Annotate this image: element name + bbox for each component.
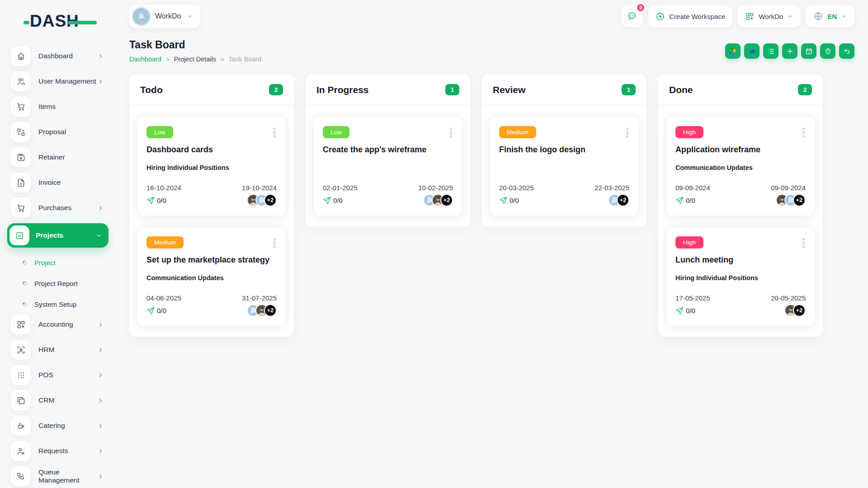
sidebar-item-crm[interactable]: CRM [7, 390, 108, 410]
sidebar-subitem-project-report[interactable]: Project Report [6, 273, 109, 294]
messages-count-badge: 0 [636, 3, 645, 12]
more-members-badge[interactable]: +2 [617, 194, 629, 206]
task-messages[interactable]: 0/0 [146, 306, 166, 315]
task-title[interactable]: Set up the marketplace strategy [146, 255, 277, 265]
send-icon [146, 196, 155, 205]
task-messages[interactable]: 0/0 [675, 196, 695, 205]
task-end-date: 19-10-2024 [242, 184, 277, 192]
create-workspace-button[interactable]: Create Workspace [648, 5, 732, 27]
more-members-badge[interactable]: +2 [793, 304, 806, 317]
google-drive-icon [729, 48, 736, 55]
sidebar-item-label: HRM [38, 346, 54, 354]
sidebar-item-label: CRM [38, 396, 54, 404]
breadcrumb-separator: > [221, 56, 224, 63]
kebab-menu-icon[interactable] [802, 236, 806, 249]
send-icon [323, 196, 331, 205]
priority-badge: Medium [499, 126, 536, 138]
messages-button[interactable]: 0 [621, 5, 643, 27]
column-header: Done 2 [658, 75, 823, 105]
task-messages[interactable]: 0/0 [323, 196, 343, 205]
brand-logo[interactable]: DASH [30, 12, 107, 35]
kebab-menu-icon[interactable] [273, 126, 277, 139]
task-title[interactable]: Application wireframe [675, 145, 806, 155]
task-message-count: 0/0 [157, 307, 166, 314]
task-card[interactable]: Low Create the app's wireframe 02-01-202… [314, 117, 462, 216]
kebab-menu-icon[interactable] [273, 236, 277, 249]
task-avatars: +2 [423, 194, 453, 206]
task-title[interactable]: Lunch meeting [675, 255, 806, 265]
column-header: Review 1 [482, 75, 646, 105]
sidebar-subitem-project[interactable]: Project [6, 252, 109, 273]
more-members-badge[interactable]: +2 [264, 304, 277, 317]
more-members-badge[interactable]: +2 [793, 194, 806, 206]
kanban-column-done: Done 2 High Application wireframe Commun… [658, 75, 823, 337]
sidebar-item-projects[interactable]: Projects [7, 223, 108, 248]
sidebar-subitem-system-setup[interactable]: System Setup [6, 294, 109, 314]
kebab-menu-icon[interactable] [625, 126, 629, 139]
sidebar-item-dashboard[interactable]: Dashboard [7, 46, 108, 66]
home-icon [11, 46, 31, 66]
apps-dropdown-label: WorkDo [759, 13, 783, 20]
more-members-badge[interactable]: +2 [264, 194, 277, 206]
undo-button[interactable] [839, 43, 854, 59]
chat-bubble-icon [627, 11, 637, 22]
add-task-button[interactable] [782, 43, 797, 59]
column-cards: High Application wireframe Communication… [658, 105, 823, 326]
one-drive-button[interactable] [744, 43, 760, 59]
breadcrumb-dashboard[interactable]: Dashboard [129, 56, 161, 63]
coffee-icon [11, 416, 31, 436]
sidebar-item-label: Proposal [38, 128, 66, 136]
undo-icon [843, 47, 851, 55]
task-card[interactable]: Low Dashboard cards Hiring Individual Po… [137, 117, 286, 216]
column-count-badge: 2 [269, 84, 283, 95]
chevron-right-icon [97, 372, 104, 379]
kebab-menu-icon[interactable] [802, 126, 806, 139]
calendar-button[interactable] [801, 43, 816, 59]
workspace-avatar [133, 8, 150, 25]
sidebar-item-hrm[interactable]: HRM [7, 340, 108, 360]
priority-badge: Medium [146, 236, 184, 249]
sidebar-item-pos[interactable]: POS [7, 365, 108, 385]
task-card[interactable]: Medium Set up the marketplace strategy C… [137, 227, 286, 326]
chevron-right-icon [97, 448, 104, 455]
workspace-selector[interactable]: WorkDo [129, 5, 200, 28]
more-members-badge[interactable]: +2 [440, 194, 453, 206]
google-drive-button[interactable] [725, 43, 741, 59]
sidebar-item-user-management[interactable]: User Management [7, 71, 108, 91]
sidebar-item-items[interactable]: Items [7, 97, 108, 117]
timer-button[interactable] [820, 43, 835, 59]
logo-accent-bar [68, 21, 97, 24]
sidebar-item-proposal[interactable]: Proposal [7, 122, 108, 142]
sidebar-item-label: Catering [38, 422, 65, 430]
workspace-apps-dropdown[interactable]: WorkDo [738, 5, 801, 27]
list-view-button[interactable] [763, 43, 778, 59]
task-card[interactable]: High Application wireframe Communication… [666, 117, 815, 216]
task-messages[interactable]: 0/0 [675, 306, 695, 315]
sidebar-item-retainer[interactable]: Retainer [7, 147, 108, 167]
task-messages[interactable]: 0/0 [499, 196, 519, 205]
task-title[interactable]: Dashboard cards [146, 145, 277, 155]
kebab-menu-icon[interactable] [449, 126, 453, 139]
task-title[interactable]: Create the app's wireframe [323, 145, 453, 155]
task-avatars: +2 [247, 194, 277, 206]
breadcrumb-project-details[interactable]: Project Details [174, 56, 216, 63]
sidebar-item-catering[interactable]: Catering [7, 416, 108, 436]
chevron-right-icon [97, 422, 104, 429]
bullet-icon [22, 281, 28, 286]
language-dropdown[interactable]: EN [806, 5, 854, 27]
sidebar-item-queue-management[interactable]: Queue Management [7, 466, 108, 486]
task-title[interactable]: Finish the logo design [499, 145, 629, 155]
task-messages[interactable]: 0/0 [146, 196, 166, 205]
sidebar-subitem-label: System Setup [34, 300, 76, 308]
kanban-column-todo: Todo 2 Low Dashboard cards Hiring Indivi… [129, 75, 294, 337]
task-card[interactable]: High Lunch meeting Hiring Individual Pos… [666, 227, 815, 326]
user-scan-icon [11, 340, 31, 360]
user-plus-icon [11, 441, 31, 461]
sidebar-item-invoice[interactable]: Invoice [7, 173, 108, 192]
task-card[interactable]: Medium Finish the logo design 20-03-2025… [490, 117, 638, 216]
floppy-icon [11, 147, 31, 167]
board-actions [725, 43, 854, 59]
sidebar-item-purchases[interactable]: Purchases [7, 198, 108, 218]
sidebar-item-accounting[interactable]: Accounting [7, 314, 108, 334]
sidebar-item-requests[interactable]: Requests [7, 441, 108, 461]
